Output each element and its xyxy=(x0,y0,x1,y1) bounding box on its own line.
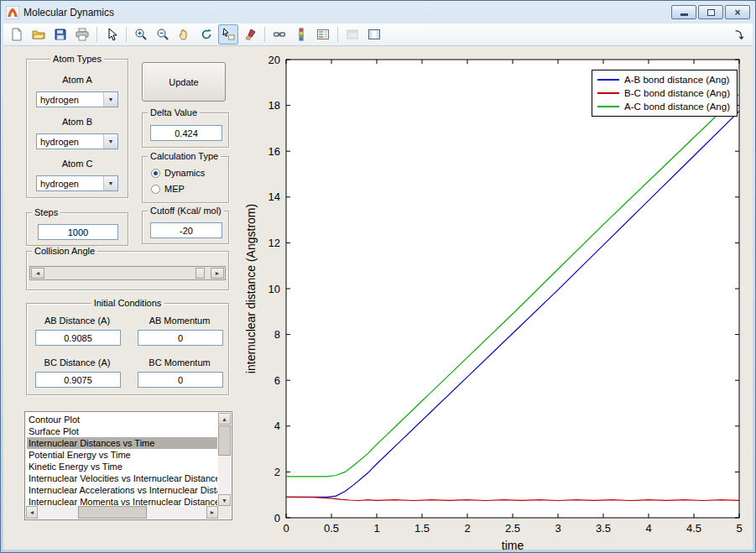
chevron-down-icon[interactable] xyxy=(103,92,117,107)
bc-distance-field[interactable] xyxy=(35,372,121,388)
radio-dynamics[interactable]: Dynamics xyxy=(151,168,205,178)
toolbar-separator xyxy=(337,27,338,42)
ab-momentum-field[interactable] xyxy=(138,330,223,346)
zoom-in-icon[interactable] xyxy=(131,24,151,44)
x-tick-label: 0.5 xyxy=(324,522,339,535)
y-tick-label: 10 xyxy=(269,283,280,295)
toolbar-separator xyxy=(96,27,97,42)
collision-angle-slider-thumb[interactable] xyxy=(196,268,205,279)
x-tick-label: 0 xyxy=(283,522,289,535)
legend-label: B-C bond distance (Ang) xyxy=(624,88,730,98)
plot-box xyxy=(286,60,739,518)
list-item[interactable]: Kinetic Energy vs Time xyxy=(27,461,217,472)
list-item[interactable]: Potential Energy vs Time xyxy=(27,449,217,461)
plot-area[interactable]: 00.511.522.533.544.5502468101214161820ti… xyxy=(244,48,753,550)
legend-entry: B-C bond distance (Ang) xyxy=(597,86,730,100)
plot-legend[interactable]: A-B bond distance (Ang)B-C bond distance… xyxy=(592,70,738,117)
collision-angle-title: Collision Angle xyxy=(32,246,97,256)
scroll-right-icon[interactable] xyxy=(206,506,218,519)
print-icon[interactable] xyxy=(72,24,92,44)
radio-dynamics-icon[interactable] xyxy=(151,169,160,178)
delta-value-field[interactable] xyxy=(150,125,222,141)
plot-type-listbox[interactable]: Contour PlotSurface PlotInternuclear Dis… xyxy=(24,411,232,520)
axes[interactable]: 00.511.522.533.544.5502468101214161820ti… xyxy=(244,48,753,553)
insert-colorbar-icon[interactable] xyxy=(291,24,311,44)
ab-momentum-label: AB Momentum xyxy=(138,316,222,326)
minimize-icon xyxy=(680,13,688,16)
legend-label: A-C bond distance (Ang) xyxy=(624,102,730,112)
close-button[interactable]: × xyxy=(725,5,750,19)
cutoff-title: Cutoff (Kcal/ mol) xyxy=(148,206,224,216)
dock-figure-icon[interactable] xyxy=(729,24,749,44)
restore-button[interactable] xyxy=(698,5,723,19)
y-tick-label: 0 xyxy=(274,512,280,524)
bc-momentum-label: BC Momentum xyxy=(138,357,222,368)
y-tick-label: 12 xyxy=(269,237,280,249)
data-cursor-icon[interactable] xyxy=(218,24,238,44)
update-button[interactable]: Update xyxy=(142,62,226,102)
molecular-dynamics-window: Molecular Dynamics × xyxy=(0,0,756,553)
pan-icon[interactable] xyxy=(175,24,195,44)
chevron-down-icon[interactable] xyxy=(103,176,117,190)
save-icon[interactable] xyxy=(50,24,70,44)
minimize-button[interactable] xyxy=(671,5,696,19)
chevron-down-icon[interactable] xyxy=(103,134,117,149)
x-tick-label: 4.5 xyxy=(686,522,701,535)
atom-b-label: Atom B xyxy=(27,117,128,127)
show-plot-tools-icon[interactable] xyxy=(364,24,384,44)
vertical-scroll-thumb[interactable] xyxy=(218,425,231,456)
title-bar[interactable]: Molecular Dynamics × xyxy=(1,1,755,23)
link-plot-icon[interactable] xyxy=(269,24,289,44)
x-tick-label: 2 xyxy=(464,522,470,535)
x-tick-label: 1.5 xyxy=(414,522,430,535)
list-item[interactable]: Internuclear Accelerations vs Internucle… xyxy=(27,484,217,496)
atom-b-value: hydrogen xyxy=(37,137,103,147)
figure-client-area: Atom Types Atom A hydrogen Atom B hydrog… xyxy=(3,23,753,550)
edit-plot-icon[interactable] xyxy=(102,24,122,44)
y-tick-label: 8 xyxy=(274,328,280,341)
ab-distance-field[interactable] xyxy=(35,330,121,346)
atom-c-value: hydrogen xyxy=(37,179,103,189)
atom-c-dropdown[interactable]: hydrogen xyxy=(36,175,118,191)
list-item[interactable]: Contour Plot xyxy=(27,414,217,425)
horizontal-scroll-thumb[interactable] xyxy=(78,506,147,519)
collision-angle-slider[interactable] xyxy=(29,266,226,280)
delta-value-title: Delta Value xyxy=(148,107,200,117)
atom-b-dropdown[interactable]: hydrogen xyxy=(36,133,118,149)
slider-right-arrow-icon[interactable] xyxy=(211,268,224,279)
brush-icon[interactable] xyxy=(240,24,260,44)
atom-a-dropdown[interactable]: hydrogen xyxy=(36,91,118,107)
list-item[interactable]: Internuclear Velocities vs Internuclear … xyxy=(27,472,217,484)
scroll-left-icon[interactable] xyxy=(26,506,38,519)
zoom-out-icon[interactable] xyxy=(153,24,173,44)
radio-mep[interactable]: MEP xyxy=(151,184,185,194)
scroll-up-icon[interactable] xyxy=(218,413,231,425)
delta-value-panel: Delta Value xyxy=(142,112,229,148)
horizontal-scrollbar[interactable] xyxy=(26,506,218,519)
legend-line-swatch xyxy=(597,106,619,107)
rotate-3d-icon[interactable] xyxy=(196,24,216,44)
x-axis-label: time xyxy=(502,539,524,550)
x-tick-label: 1 xyxy=(373,522,379,535)
steps-field[interactable] xyxy=(38,224,118,240)
cutoff-field[interactable] xyxy=(150,222,222,238)
scroll-down-icon[interactable] xyxy=(218,494,231,506)
vertical-scrollbar[interactable] xyxy=(218,413,231,506)
restore-icon xyxy=(707,9,715,16)
list-item[interactable]: Surface Plot xyxy=(27,425,217,437)
initial-conditions-panel: Initial Conditions AB Distance (A) AB Mo… xyxy=(26,303,229,395)
radio-mep-icon[interactable] xyxy=(151,185,160,194)
hide-plot-tools-icon[interactable] xyxy=(342,24,362,44)
insert-legend-icon[interactable] xyxy=(313,24,333,44)
list-item[interactable]: Internuclear Distances vs Time xyxy=(27,437,217,449)
open-file-icon[interactable] xyxy=(29,24,49,44)
atom-a-value: hydrogen xyxy=(37,95,103,105)
bc-momentum-field[interactable] xyxy=(138,372,223,388)
radio-dynamics-label: Dynamics xyxy=(164,168,205,178)
list-item[interactable]: Internuclear Momenta vs Internuclear Dis… xyxy=(27,496,217,505)
steps-panel: Steps xyxy=(26,212,128,246)
new-file-icon[interactable] xyxy=(7,24,27,44)
y-tick-label: 16 xyxy=(269,145,280,158)
collision-angle-panel: Collision Angle xyxy=(26,251,229,290)
slider-left-arrow-icon[interactable] xyxy=(31,268,44,279)
